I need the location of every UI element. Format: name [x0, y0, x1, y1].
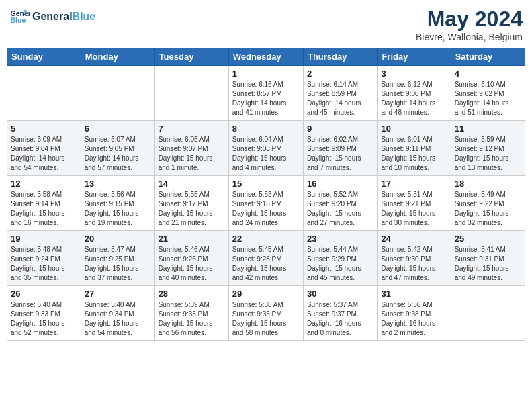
day-number: 11	[455, 124, 521, 134]
day-info: Sunrise: 5:42 AM Sunset: 9:30 PM Dayligh…	[381, 245, 447, 283]
day-number: 14	[159, 179, 225, 189]
month-title: May 2024	[416, 7, 523, 32]
calendar-day-cell	[451, 286, 525, 341]
day-info: Sunrise: 5:38 AM Sunset: 9:36 PM Dayligh…	[232, 300, 300, 338]
calendar-day-cell: 24Sunrise: 5:42 AM Sunset: 9:30 PM Dayli…	[378, 231, 451, 286]
calendar-day-cell: 16Sunrise: 5:52 AM Sunset: 9:20 PM Dayli…	[303, 176, 377, 231]
calendar-day-cell: 30Sunrise: 5:37 AM Sunset: 9:37 PM Dayli…	[303, 286, 377, 341]
day-number: 15	[232, 179, 300, 189]
calendar-day-cell: 13Sunrise: 5:56 AM Sunset: 9:15 PM Dayli…	[81, 176, 154, 231]
day-number: 28	[159, 289, 225, 299]
day-number: 16	[307, 179, 373, 189]
day-info: Sunrise: 5:45 AM Sunset: 9:28 PM Dayligh…	[232, 245, 300, 283]
day-number: 12	[11, 179, 77, 189]
calendar-day-cell: 28Sunrise: 5:39 AM Sunset: 9:35 PM Dayli…	[154, 286, 228, 341]
day-info: Sunrise: 5:47 AM Sunset: 9:25 PM Dayligh…	[85, 245, 151, 283]
calendar-day-cell: 7Sunrise: 6:05 AM Sunset: 9:07 PM Daylig…	[154, 121, 228, 176]
calendar-day-cell: 29Sunrise: 5:38 AM Sunset: 9:36 PM Dayli…	[228, 286, 303, 341]
calendar-day-cell: 21Sunrise: 5:46 AM Sunset: 9:26 PM Dayli…	[154, 231, 228, 286]
logo-icon: General Blue	[9, 7, 30, 27]
calendar-week-row: 5Sunrise: 6:09 AM Sunset: 9:04 PM Daylig…	[7, 121, 525, 176]
day-number: 20	[85, 234, 151, 244]
day-info: Sunrise: 5:59 AM Sunset: 9:12 PM Dayligh…	[455, 135, 521, 173]
day-info: Sunrise: 5:52 AM Sunset: 9:20 PM Dayligh…	[307, 190, 373, 228]
day-number: 19	[11, 234, 77, 244]
day-info: Sunrise: 5:55 AM Sunset: 9:17 PM Dayligh…	[159, 190, 225, 228]
calendar-day-cell: 15Sunrise: 5:53 AM Sunset: 9:18 PM Dayli…	[228, 176, 303, 231]
calendar-day-cell: 19Sunrise: 5:48 AM Sunset: 9:24 PM Dayli…	[7, 231, 81, 286]
day-info: Sunrise: 6:14 AM Sunset: 8:59 PM Dayligh…	[307, 80, 373, 118]
day-info: Sunrise: 5:48 AM Sunset: 9:24 PM Dayligh…	[11, 245, 77, 283]
day-number: 7	[159, 124, 225, 134]
day-info: Sunrise: 5:36 AM Sunset: 9:38 PM Dayligh…	[381, 300, 447, 338]
calendar-day-cell: 8Sunrise: 6:04 AM Sunset: 9:08 PM Daylig…	[228, 121, 303, 176]
calendar-day-cell: 27Sunrise: 5:40 AM Sunset: 9:34 PM Dayli…	[81, 286, 154, 341]
day-of-week-header: Friday	[378, 48, 451, 66]
calendar-day-cell: 9Sunrise: 6:02 AM Sunset: 9:09 PM Daylig…	[303, 121, 377, 176]
logo: General Blue GeneralBlue	[9, 7, 95, 27]
day-info: Sunrise: 5:40 AM Sunset: 9:33 PM Dayligh…	[11, 300, 77, 338]
day-info: Sunrise: 6:05 AM Sunset: 9:07 PM Dayligh…	[159, 135, 225, 173]
day-number: 23	[307, 234, 373, 244]
day-of-week-header: Sunday	[7, 48, 81, 66]
day-number: 30	[307, 289, 373, 299]
day-of-week-header: Wednesday	[228, 48, 303, 66]
day-number: 10	[381, 124, 447, 134]
day-info: Sunrise: 5:37 AM Sunset: 9:37 PM Dayligh…	[307, 300, 373, 338]
calendar-day-cell	[7, 66, 81, 121]
day-info: Sunrise: 6:09 AM Sunset: 9:04 PM Dayligh…	[11, 135, 77, 173]
day-info: Sunrise: 6:12 AM Sunset: 9:00 PM Dayligh…	[381, 80, 447, 118]
day-info: Sunrise: 6:07 AM Sunset: 9:05 PM Dayligh…	[85, 135, 151, 173]
day-number: 2	[307, 68, 373, 79]
calendar-week-row: 1Sunrise: 6:16 AM Sunset: 8:57 PM Daylig…	[7, 66, 525, 121]
calendar-day-cell: 18Sunrise: 5:49 AM Sunset: 9:22 PM Dayli…	[451, 176, 525, 231]
day-info: Sunrise: 5:53 AM Sunset: 9:18 PM Dayligh…	[232, 190, 300, 228]
day-number: 29	[232, 289, 300, 299]
calendar-header-row: SundayMondayTuesdayWednesdayThursdayFrid…	[7, 48, 525, 66]
calendar-day-cell: 6Sunrise: 6:07 AM Sunset: 9:05 PM Daylig…	[81, 121, 154, 176]
day-number: 8	[232, 124, 300, 134]
day-number: 26	[11, 289, 77, 299]
day-info: Sunrise: 5:56 AM Sunset: 9:15 PM Dayligh…	[85, 190, 151, 228]
calendar-day-cell: 26Sunrise: 5:40 AM Sunset: 9:33 PM Dayli…	[7, 286, 81, 341]
calendar-week-row: 26Sunrise: 5:40 AM Sunset: 9:33 PM Dayli…	[7, 286, 525, 341]
day-info: Sunrise: 5:49 AM Sunset: 9:22 PM Dayligh…	[455, 190, 521, 228]
calendar-day-cell: 11Sunrise: 5:59 AM Sunset: 9:12 PM Dayli…	[451, 121, 525, 176]
day-info: Sunrise: 6:10 AM Sunset: 9:02 PM Dayligh…	[455, 80, 521, 118]
day-of-week-header: Monday	[81, 48, 154, 66]
calendar-day-cell	[154, 66, 228, 121]
day-info: Sunrise: 6:01 AM Sunset: 9:11 PM Dayligh…	[381, 135, 447, 173]
calendar-week-row: 19Sunrise: 5:48 AM Sunset: 9:24 PM Dayli…	[7, 231, 525, 286]
day-number: 18	[455, 179, 521, 189]
day-number: 9	[307, 124, 373, 134]
calendar-day-cell: 22Sunrise: 5:45 AM Sunset: 9:28 PM Dayli…	[228, 231, 303, 286]
page-header: General Blue GeneralBlue May 2024 Bievre…	[7, 7, 525, 42]
location-title: Bievre, Wallonia, Belgium	[416, 32, 523, 42]
day-number: 31	[381, 289, 447, 299]
calendar-day-cell: 5Sunrise: 6:09 AM Sunset: 9:04 PM Daylig…	[7, 121, 81, 176]
calendar-day-cell: 17Sunrise: 5:51 AM Sunset: 9:21 PM Dayli…	[378, 176, 451, 231]
calendar-day-cell: 23Sunrise: 5:44 AM Sunset: 9:29 PM Dayli…	[303, 231, 377, 286]
svg-text:Blue: Blue	[11, 16, 26, 24]
day-info: Sunrise: 5:41 AM Sunset: 9:31 PM Dayligh…	[455, 245, 521, 283]
calendar-day-cell: 31Sunrise: 5:36 AM Sunset: 9:38 PM Dayli…	[378, 286, 451, 341]
day-info: Sunrise: 5:51 AM Sunset: 9:21 PM Dayligh…	[381, 190, 447, 228]
day-number: 13	[85, 179, 151, 189]
calendar-day-cell: 14Sunrise: 5:55 AM Sunset: 9:17 PM Dayli…	[154, 176, 228, 231]
day-number: 1	[232, 68, 300, 79]
calendar-day-cell: 2Sunrise: 6:14 AM Sunset: 8:59 PM Daylig…	[303, 66, 377, 121]
calendar-day-cell: 4Sunrise: 6:10 AM Sunset: 9:02 PM Daylig…	[451, 66, 525, 121]
day-info: Sunrise: 5:44 AM Sunset: 9:29 PM Dayligh…	[307, 245, 373, 283]
calendar-day-cell: 1Sunrise: 6:16 AM Sunset: 8:57 PM Daylig…	[228, 66, 303, 121]
day-of-week-header: Tuesday	[154, 48, 228, 66]
day-info: Sunrise: 5:58 AM Sunset: 9:14 PM Dayligh…	[11, 190, 77, 228]
day-number: 4	[455, 68, 521, 79]
day-info: Sunrise: 6:04 AM Sunset: 9:08 PM Dayligh…	[232, 135, 300, 173]
day-number: 24	[381, 234, 447, 244]
day-number: 6	[85, 124, 151, 134]
day-number: 21	[159, 234, 225, 244]
day-info: Sunrise: 5:39 AM Sunset: 9:35 PM Dayligh…	[159, 300, 225, 338]
calendar-day-cell: 20Sunrise: 5:47 AM Sunset: 9:25 PM Dayli…	[81, 231, 154, 286]
day-number: 17	[381, 179, 447, 189]
day-number: 25	[455, 234, 521, 244]
